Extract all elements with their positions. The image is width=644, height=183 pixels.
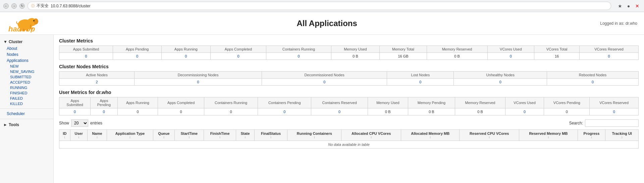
val-decommissioning-nodes[interactable]: 0 bbox=[135, 79, 262, 86]
app-col-finalstatus[interactable]: FinalStatus ↕ bbox=[254, 130, 287, 141]
val-apps-submitted[interactable]: 0 bbox=[59, 53, 113, 60]
show-label: Show bbox=[59, 121, 69, 125]
col-vcores-total: VCores Total bbox=[534, 46, 580, 53]
profile-icon[interactable]: ● bbox=[625, 3, 632, 9]
search-input[interactable] bbox=[585, 119, 639, 127]
val-rebooted-nodes[interactable]: 0 bbox=[547, 79, 639, 86]
app-col-user[interactable]: User ↕ bbox=[70, 130, 87, 141]
address-bar[interactable]: ⓘ 不安全 10.0.7.63:8088/cluster bbox=[28, 2, 611, 10]
app-col-queue[interactable]: Queue ↕ bbox=[153, 130, 174, 141]
col-u-memory-used: Memory Used bbox=[368, 97, 408, 108]
url-text: 10.0.7.63:8088/cluster bbox=[51, 4, 607, 8]
show-entries: Show 10 20 25 50 100 entries bbox=[59, 119, 102, 127]
sidebar-state-accepted[interactable]: ACCEPTED bbox=[0, 80, 53, 85]
val-u-apps-submitted[interactable]: 0 bbox=[59, 108, 91, 115]
reload-button[interactable]: ↻ bbox=[19, 3, 25, 9]
app-col-running-containers[interactable]: Running Containers ↕ bbox=[287, 130, 341, 141]
cluster-metrics-title: Cluster Metrics bbox=[59, 38, 639, 43]
cluster-label: Cluster bbox=[9, 39, 22, 44]
app-col-alloc-memory[interactable]: Allocated Memory MB ↕ bbox=[401, 130, 460, 141]
val-vcores-reserved[interactable]: 0 bbox=[580, 53, 639, 60]
val-u-vcores-reserved[interactable]: 0 bbox=[590, 108, 639, 115]
app-col-progress[interactable]: Progress ↕ bbox=[578, 130, 605, 141]
cluster-nodes-row: 2 0 0 0 0 0 bbox=[59, 79, 639, 86]
browser-bar: ← → ↻ ⓘ 不安全 10.0.7.63:8088/cluster ★ ● ✕ bbox=[0, 0, 644, 12]
val-u-containers-pending[interactable]: 0 bbox=[258, 108, 311, 115]
val-u-apps-pending[interactable]: 0 bbox=[91, 108, 117, 115]
sidebar-applications[interactable]: Applications bbox=[0, 58, 53, 64]
app-col-reserved-memory[interactable]: Reserved Memory MB ↕ bbox=[519, 130, 578, 141]
val-u-containers-reserved[interactable]: 0 bbox=[311, 108, 368, 115]
app-col-type[interactable]: Application Type ↕ bbox=[107, 130, 153, 141]
val-containers-running[interactable]: 0 bbox=[266, 53, 331, 60]
val-memory-used: 0 B bbox=[331, 53, 380, 60]
tools-arrow-icon: ► bbox=[3, 122, 7, 127]
val-decommissioned-nodes[interactable]: 0 bbox=[262, 79, 387, 86]
bookmark-star-icon[interactable]: ★ bbox=[616, 3, 623, 9]
app-col-alloc-cpu[interactable]: Allocated CPU VCores ↕ bbox=[341, 130, 401, 141]
sidebar-state-killed[interactable]: KILLED bbox=[0, 101, 53, 106]
col-vcores-used: VCores Used bbox=[487, 46, 534, 53]
val-apps-running[interactable]: 0 bbox=[162, 53, 211, 60]
app-col-state[interactable]: State ↕ bbox=[236, 130, 254, 141]
back-button[interactable]: ← bbox=[3, 3, 9, 9]
close-icon[interactable]: ✕ bbox=[634, 3, 641, 9]
no-data-row: No data available in table bbox=[59, 141, 639, 149]
forward-button[interactable]: → bbox=[11, 3, 17, 9]
val-apps-completed[interactable]: 0 bbox=[210, 53, 266, 60]
controls-row: Show 10 20 25 50 100 entries Search: bbox=[59, 119, 639, 127]
col-apps-pending: Apps Pending bbox=[113, 46, 162, 53]
col-apps-completed: Apps Completed bbox=[210, 46, 266, 53]
cluster-nodes-title: Cluster Nodes Metrics bbox=[59, 64, 639, 69]
app-col-reserved-cpu[interactable]: Reserved CPU VCores ↕ bbox=[460, 130, 519, 141]
val-memory-total: 16 GB bbox=[380, 53, 427, 60]
col-u-vcores-used: VCores Used bbox=[505, 97, 544, 108]
cluster-metrics-table: Apps Submitted Apps Pending Apps Running… bbox=[59, 45, 639, 60]
col-u-vcores-reserved: VCores Reserved bbox=[590, 97, 639, 108]
app-col-finishtime[interactable]: FinishTime ↕ bbox=[204, 130, 236, 141]
sidebar-state-finished[interactable]: FINISHED bbox=[0, 90, 53, 96]
val-vcores-used[interactable]: 0 bbox=[487, 53, 534, 60]
val-u-apps-completed: 0 bbox=[158, 108, 204, 115]
val-vcores-total: 16 bbox=[534, 53, 580, 60]
sidebar-state-submitted[interactable]: SUBMITTED bbox=[0, 74, 53, 80]
col-u-memory-pending: Memory Pending bbox=[408, 97, 455, 108]
col-u-containers-running: Containers Running bbox=[204, 97, 258, 108]
cluster-section[interactable]: ▼ Cluster bbox=[0, 38, 53, 45]
app-col-id[interactable]: ID ↕ bbox=[59, 130, 70, 141]
cluster-nodes-table: Active Nodes Decommissioning Nodes Decom… bbox=[59, 71, 639, 86]
security-icon: ⓘ bbox=[31, 4, 35, 8]
col-u-vcores-pending: VCores Pending bbox=[544, 97, 590, 108]
user-metrics-row: 0 0 0 0 0 0 0 0 B 0 B 0 B 0 0 0 bbox=[59, 108, 639, 115]
col-u-apps-pending: AppsPending bbox=[91, 97, 117, 108]
sidebar-nodes[interactable]: Nodes bbox=[0, 52, 53, 58]
col-u-apps-completed: Apps Completed bbox=[158, 97, 204, 108]
val-u-vcores-used[interactable]: 0 bbox=[505, 108, 544, 115]
val-u-memory-used: 0 B bbox=[368, 108, 408, 115]
sidebar-scheduler[interactable]: Scheduler bbox=[0, 111, 53, 117]
sidebar-state-failed[interactable]: FAILED bbox=[0, 96, 53, 101]
val-unhealthy-nodes[interactable]: 0 bbox=[454, 79, 547, 86]
col-memory-total: Memory Total bbox=[380, 46, 427, 53]
val-apps-pending[interactable]: 0 bbox=[113, 53, 162, 60]
col-u-containers-pending: Containers Pending bbox=[258, 97, 311, 108]
col-lost-nodes: Lost Nodes bbox=[387, 72, 454, 79]
val-lost-nodes[interactable]: 0 bbox=[387, 79, 454, 86]
sidebar-state-new[interactable]: NEW bbox=[0, 64, 53, 69]
user-metrics-table: AppsSubmitted AppsPending Apps Running A… bbox=[59, 97, 639, 115]
app-col-starttime[interactable]: StartTime ↕ bbox=[175, 130, 204, 141]
col-u-apps-submitted: AppsSubmitted bbox=[59, 97, 91, 108]
app-col-name[interactable]: Name ↕ bbox=[87, 130, 107, 141]
col-apps-submitted: Apps Submitted bbox=[59, 46, 113, 53]
col-rebooted-nodes: Rebooted Nodes bbox=[547, 72, 639, 79]
entries-select[interactable]: 10 20 25 50 100 bbox=[71, 119, 88, 127]
sidebar-state-running[interactable]: RUNNING bbox=[0, 85, 53, 90]
security-label: 不安全 bbox=[37, 3, 49, 9]
sidebar-about[interactable]: About bbox=[0, 45, 53, 52]
app-col-tracking-ui[interactable]: Tracking UI ↕ bbox=[605, 130, 639, 141]
val-u-containers-running: 0 bbox=[204, 108, 258, 115]
tools-section[interactable]: ► Tools bbox=[0, 121, 53, 128]
val-active-nodes[interactable]: 2 bbox=[59, 79, 135, 86]
sidebar-state-new-saving[interactable]: NEW_SAVING bbox=[0, 69, 53, 74]
page-title: All Applications bbox=[297, 19, 357, 28]
